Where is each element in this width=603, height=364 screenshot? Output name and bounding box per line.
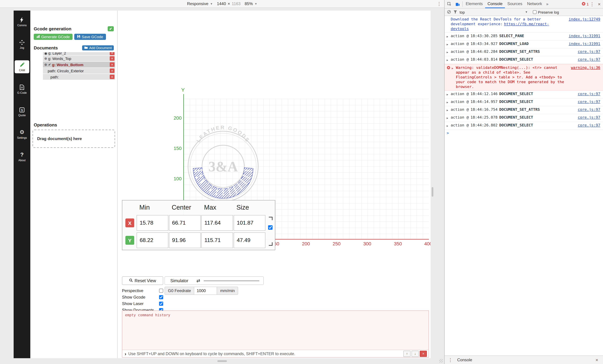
simulator-step-icon[interactable]: ⇄ — [197, 278, 200, 283]
console-prompt[interactable]: > — [445, 130, 603, 137]
reset-view-button[interactable]: Reset View — [122, 276, 163, 285]
more-tabs-icon[interactable]: » — [545, 2, 550, 6]
inspect-element-icon[interactable] — [445, 0, 453, 8]
source-link[interactable]: warning.js:36 — [571, 65, 600, 70]
resize-grip-icon[interactable] — [439, 359, 443, 363]
devtools-menu-icon[interactable]: ⋮ — [589, 1, 595, 7]
console-action-message[interactable]: ▶ action @18:43:34.927DOCUMENT_LOAD inde… — [445, 41, 603, 48]
console-action-message[interactable]: ▶ action @18:44:03.814DOCUMENT_SELECT co… — [445, 56, 603, 64]
expand-triangle-icon[interactable]: ▶ — [447, 107, 451, 113]
show-laser-checkbox[interactable] — [159, 302, 163, 305]
document-row[interactable]: ⊕ g: Words_Top × — [43, 56, 115, 61]
document-row-selected[interactable]: ⊕ ✔ g: Words_Bottom × — [43, 62, 115, 68]
page-resize-handle-bottom[interactable] — [217, 360, 227, 362]
x-min-field[interactable]: 15.78 — [137, 215, 168, 231]
sidebar-item-settings[interactable]: ⚙ Settings — [15, 128, 29, 141]
operations-dropzone[interactable]: Drag document(s) here — [32, 129, 115, 148]
gcode-enable-toggle[interactable]: ✔ — [108, 26, 114, 31]
drawer-close-icon[interactable]: × — [593, 357, 601, 363]
y-min-field[interactable]: 68.22 — [137, 233, 168, 248]
aspect-lock-checkbox[interactable] — [268, 225, 273, 230]
source-link[interactable]: core.js:97 — [578, 115, 600, 120]
expand-triangle-icon[interactable]: ▶ — [447, 49, 451, 55]
viewport-height-field[interactable]: 1163 — [232, 1, 241, 6]
source-link[interactable]: core.js:97 — [578, 57, 600, 62]
device-toolbar-toggle-icon[interactable] — [453, 0, 462, 8]
sidebar-item-about[interactable]: ? About — [15, 150, 29, 163]
console-error-message[interactable]: ▶ Warning: validateDOMNesting(...): <tr>… — [445, 64, 603, 91]
eye-icon[interactable]: ◉ — [44, 52, 47, 55]
document-row[interactable]: path: × — [43, 74, 115, 80]
console-action-message[interactable]: ▶ action @18:43:30.285SELECT_PANE index.… — [445, 33, 603, 41]
console-action-message[interactable]: ▶ action @18:44:25.078DOCUMENT_SELECT co… — [445, 114, 603, 122]
g0-feedrate-input[interactable]: 1000 — [194, 287, 217, 295]
console-action-message[interactable]: ▶ action @18:44:14.957DOCUMENT_SELECT co… — [445, 98, 603, 106]
x-center-field[interactable]: 66.71 — [169, 215, 201, 231]
tab-elements[interactable]: Elements — [463, 0, 485, 8]
show-gcode-checkbox[interactable] — [159, 295, 163, 299]
simulator-slider[interactable] — [204, 280, 259, 281]
delete-document-button[interactable]: × — [110, 62, 115, 67]
perspective-checkbox[interactable] — [159, 289, 163, 293]
expand-triangle-icon[interactable]: ▶ — [447, 92, 451, 97]
tab-console[interactable]: Console — [485, 0, 505, 8]
console-action-message[interactable]: ▶ action @18:44:12.146DOCUMENT_SELECT co… — [445, 91, 603, 98]
expand-triangle-icon[interactable]: ▶ — [447, 42, 451, 47]
tab-network[interactable]: Network — [525, 0, 545, 8]
y-center-field[interactable]: 91.96 — [169, 233, 201, 248]
save-gcode-button[interactable]: Save GCode — [74, 34, 106, 40]
expand-triangle-icon[interactable]: ▶ — [447, 100, 451, 105]
history-clear-button[interactable]: × — [420, 351, 427, 357]
device-mode-select[interactable]: Responsive ▼ — [187, 1, 213, 6]
document-row[interactable]: ◉ g: Layer_2 × — [43, 52, 115, 55]
source-link[interactable]: index.js:31991 — [569, 34, 600, 38]
sidebar-item-quote[interactable]: $ Quote — [15, 105, 29, 118]
circle-plus-icon[interactable]: ⊕ — [44, 63, 47, 67]
command-history-area[interactable]: empty command history — [122, 311, 429, 350]
expand-triangle-icon[interactable]: ▶ — [447, 57, 451, 63]
frame-context-select[interactable]: top ▼ — [460, 10, 528, 14]
x-size-field[interactable]: 101.87 — [234, 215, 265, 231]
source-link[interactable]: index.js:12749 — [569, 17, 600, 22]
y-size-field[interactable]: 47.49 — [234, 233, 265, 248]
expand-triangle-icon[interactable]: ▶ — [452, 65, 456, 71]
device-toolbar-menu-icon[interactable]: ⋮ — [437, 1, 441, 6]
expand-triangle-icon[interactable]: ▶ — [447, 123, 451, 129]
add-document-button[interactable]: Add Document — [82, 45, 114, 50]
preserve-log-checkbox[interactable] — [533, 10, 537, 14]
expand-triangle-icon[interactable]: ▶ — [447, 34, 451, 39]
drawer-console-tab[interactable]: Console — [457, 358, 472, 362]
source-link[interactable]: core.js:97 — [578, 100, 600, 104]
sidebar-item-jog[interactable]: Jog — [15, 38, 29, 51]
workspace-canvas[interactable]: LEATHER GOODS 3&A Y — [117, 11, 431, 358]
filter-icon[interactable] — [453, 10, 457, 14]
console-action-message[interactable]: ▶ action @18:44:02.284DOCUMENT_SET_ATTRS… — [445, 48, 603, 56]
source-link[interactable]: index.js:31991 — [569, 42, 600, 46]
delete-document-button[interactable]: × — [110, 75, 115, 79]
source-link[interactable]: core.js:97 — [578, 123, 600, 128]
x-max-field[interactable]: 117.64 — [201, 215, 233, 231]
console-action-message[interactable]: ▶ action @18:44:26.802DOCUMENT_SELECT co… — [445, 122, 603, 130]
tab-sources[interactable]: Sources — [505, 0, 525, 8]
devtools-close-icon[interactable]: × — [595, 1, 603, 7]
sidebar-item-cam[interactable]: CAM — [15, 60, 29, 73]
y-max-field[interactable]: 115.71 — [201, 233, 233, 248]
size-anchor-top-icon[interactable] — [269, 217, 273, 220]
document-row[interactable]: path: Circulo_Exterior × — [43, 68, 115, 74]
viewport-width-field[interactable]: 1440 — [217, 1, 226, 6]
sidebar-item-gcode[interactable]: G-Code — [15, 83, 29, 96]
size-anchor-bottom-icon[interactable] — [269, 242, 273, 246]
console-info-message[interactable]: Download the React DevTools for a better… — [445, 16, 603, 33]
source-link[interactable]: core.js:97 — [578, 107, 600, 112]
console-action-message[interactable]: ▶ action @18:44:16.754DOCUMENT_SET_ATTRS… — [445, 106, 603, 114]
delete-document-button[interactable]: × — [110, 69, 115, 73]
zoom-select[interactable]: 85% ▼ — [245, 1, 257, 6]
source-link[interactable]: core.js:97 — [578, 92, 600, 96]
delete-document-button[interactable]: × — [110, 52, 115, 55]
source-link[interactable]: core.js:97 — [578, 49, 600, 54]
history-down-button[interactable]: ↓ — [412, 351, 419, 357]
circle-plus-icon[interactable]: ⊕ — [44, 57, 47, 60]
expand-triangle-icon[interactable]: ▶ — [447, 115, 451, 121]
delete-document-button[interactable]: × — [110, 56, 115, 61]
page-resize-handle-right[interactable] — [432, 187, 433, 197]
